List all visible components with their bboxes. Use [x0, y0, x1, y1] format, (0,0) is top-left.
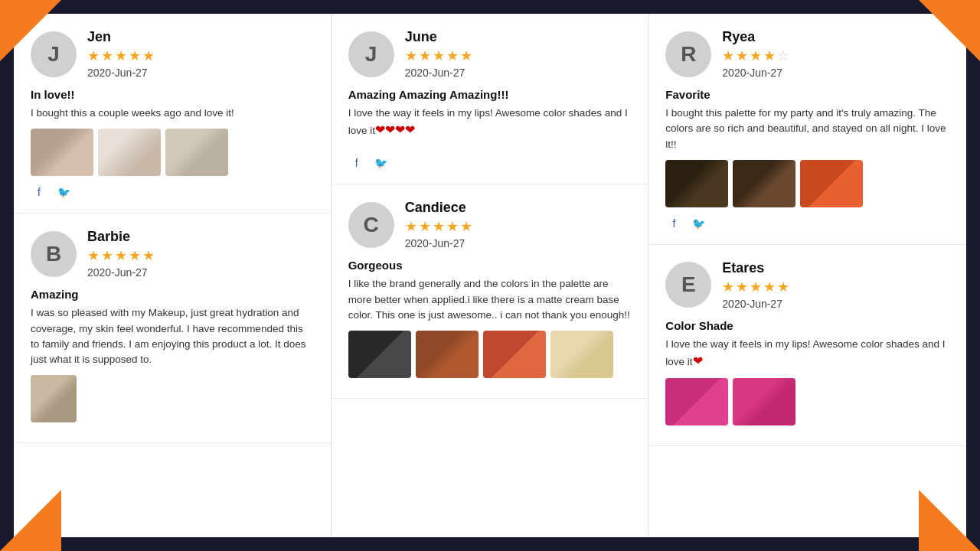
review-image-3	[483, 331, 546, 378]
star-4: ★	[446, 47, 459, 64]
heart-1: ❤	[375, 123, 385, 136]
review-images-etares	[665, 378, 949, 425]
review-date-june: 2020-Jun-27	[405, 67, 472, 79]
review-image-1	[665, 160, 728, 207]
reviewer-header-june: J June ★ ★ ★ ★ ★ 2020-Jun-27	[348, 29, 632, 79]
star-3: ★	[750, 47, 762, 64]
reviewer-header-candiece: C Candiece ★ ★ ★ ★ ★ 2020-Jun-27	[348, 200, 632, 249]
review-title-barbie: Amazing	[31, 288, 314, 301]
reviewer-header-jen: J Jen ★ ★ ★ ★ ★ 2020-Jun-27	[31, 29, 314, 79]
star-3: ★	[115, 47, 127, 64]
review-image-1	[348, 331, 411, 378]
facebook-icon-ryea[interactable]: f	[665, 215, 682, 232]
review-image-3	[165, 129, 228, 176]
social-icons-jen: f 🐦	[31, 184, 314, 201]
star-2: ★	[736, 47, 748, 64]
reviews-container: J Jen ★ ★ ★ ★ ★ 2020-Jun-27 In love!! I …	[14, 14, 966, 537]
review-image-partial	[31, 375, 77, 422]
stars-etares: ★ ★ ★ ★ ★	[722, 279, 789, 295]
star-3: ★	[433, 218, 445, 235]
star-4: ★	[446, 218, 459, 235]
corner-decoration-tl	[0, 0, 61, 61]
star-2: ★	[419, 47, 431, 64]
review-text-candiece: I like the brand generally and the color…	[348, 276, 632, 323]
reviewer-name-june: June	[405, 29, 472, 45]
review-text-june: I love the way it feels in my lips! Awes…	[348, 106, 632, 139]
twitter-icon-jen[interactable]: 🐦	[55, 184, 72, 201]
reviews-column-1: J Jen ★ ★ ★ ★ ★ 2020-Jun-27 In love!! I …	[14, 14, 332, 537]
avatar-barbie: B	[31, 231, 77, 277]
facebook-icon-june[interactable]: f	[348, 155, 365, 171]
reviewer-name-ryea: Ryea	[722, 29, 789, 45]
reviewer-header-barbie: B Barbie ★ ★ ★ ★ ★ 2020-Jun-27	[31, 229, 314, 279]
review-image-2	[733, 160, 795, 207]
review-card-june: J June ★ ★ ★ ★ ★ 2020-Jun-27 Amazing Ama…	[332, 14, 648, 184]
stars-jen: ★ ★ ★ ★ ★	[87, 47, 155, 64]
star-4: ★	[129, 47, 141, 64]
review-card-candiece: C Candiece ★ ★ ★ ★ ★ 2020-Jun-27 Gorgeou…	[332, 184, 648, 399]
review-image-4	[550, 331, 613, 378]
review-title-ryea: Favorite	[665, 88, 949, 101]
star-4: ★	[763, 47, 776, 64]
reviewer-info-etares: Etares ★ ★ ★ ★ ★ 2020-Jun-27	[722, 260, 789, 310]
twitter-icon-ryea[interactable]: 🐦	[690, 215, 707, 232]
review-image-pink-1	[665, 378, 728, 425]
stars-ryea: ★ ★ ★ ★ ☆	[722, 47, 789, 64]
social-icons-ryea: f 🐦	[665, 215, 949, 232]
twitter-icon-june[interactable]: 🐦	[373, 155, 390, 171]
star-4: ★	[763, 279, 776, 295]
review-images-ryea	[665, 160, 949, 207]
review-title-candiece: Gorgeous	[348, 259, 632, 272]
star-5: ★	[142, 247, 155, 264]
stars-candiece: ★ ★ ★ ★ ★	[405, 218, 472, 235]
stars-june: ★ ★ ★ ★ ★	[405, 47, 472, 64]
review-date-jen: 2020-Jun-27	[87, 67, 155, 79]
reviewer-info-ryea: Ryea ★ ★ ★ ★ ☆ 2020-Jun-27	[722, 29, 789, 79]
review-text-barbie: I was so pleased with my Makeup, just gr…	[31, 305, 314, 367]
reviewer-name-candiece: Candiece	[405, 200, 472, 216]
review-date-ryea: 2020-Jun-27	[722, 67, 789, 79]
review-images-barbie	[31, 375, 314, 422]
star-3: ★	[433, 47, 445, 64]
corner-decoration-bl	[0, 490, 61, 551]
avatar-june: J	[348, 31, 394, 77]
review-date-candiece: 2020-Jun-27	[405, 237, 472, 249]
review-card-barbie: B Barbie ★ ★ ★ ★ ★ 2020-Jun-27 Amazing I…	[14, 214, 331, 443]
reviewer-header-ryea: R Ryea ★ ★ ★ ★ ☆ 2020-Jun-27	[665, 29, 949, 79]
review-image-2	[416, 331, 479, 378]
facebook-icon-jen[interactable]: f	[31, 184, 47, 201]
star-1: ★	[722, 279, 734, 295]
star-4: ★	[129, 247, 141, 264]
reviewer-header-etares: E Etares ★ ★ ★ ★ ★ 2020-Jun-27	[665, 260, 949, 310]
corner-decoration-tr	[919, 0, 980, 61]
avatar-etares: E	[665, 262, 711, 308]
heart-etares-1: ❤	[693, 354, 703, 367]
star-5: ★	[777, 279, 789, 295]
reviewer-info-jen: Jen ★ ★ ★ ★ ★ 2020-Jun-27	[87, 29, 155, 79]
review-image-1	[31, 129, 93, 176]
star-3: ★	[750, 279, 762, 295]
review-title-jen: In love!!	[31, 88, 314, 101]
star-empty-5: ☆	[777, 47, 789, 64]
reviewer-name-etares: Etares	[722, 260, 789, 276]
review-image-2	[98, 129, 161, 176]
heart-3: ❤	[395, 123, 405, 136]
star-2: ★	[419, 218, 431, 235]
star-5: ★	[460, 218, 472, 235]
avatar-candiece: C	[348, 202, 394, 248]
star-3: ★	[115, 247, 127, 264]
star-1: ★	[87, 47, 100, 64]
review-text-jen: I bought this a couple weeks ago and lov…	[31, 106, 314, 121]
star-5: ★	[460, 47, 472, 64]
star-1: ★	[722, 47, 734, 64]
star-2: ★	[736, 279, 748, 295]
review-image-3	[800, 160, 863, 207]
review-date-etares: 2020-Jun-27	[722, 298, 789, 310]
reviewer-info-candiece: Candiece ★ ★ ★ ★ ★ 2020-Jun-27	[405, 200, 472, 249]
corner-decoration-br	[919, 490, 980, 551]
review-title-june: Amazing Amazing Amazing!!!	[348, 88, 632, 101]
review-card-etares: E Etares ★ ★ ★ ★ ★ 2020-Jun-27 Color Sha…	[648, 245, 966, 446]
star-1: ★	[405, 47, 417, 64]
review-card-jen: J Jen ★ ★ ★ ★ ★ 2020-Jun-27 In love!! I …	[14, 14, 331, 214]
reviews-column-2: J June ★ ★ ★ ★ ★ 2020-Jun-27 Amazing Ama…	[332, 14, 649, 537]
